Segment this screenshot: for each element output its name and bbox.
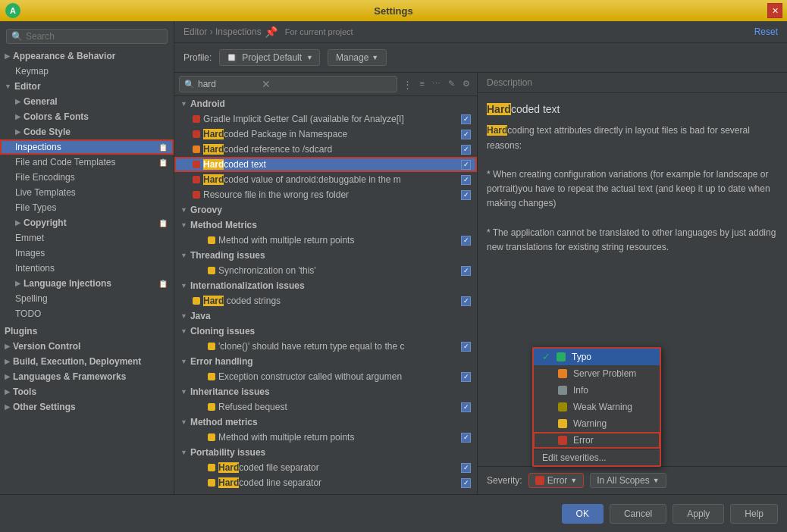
check-icon[interactable]: ✓	[461, 296, 471, 306]
sidebar-item-file-encodings[interactable]: File Encodings	[0, 170, 174, 185]
filter-icon[interactable]: ⋮	[400, 78, 415, 91]
sidebar-item-live-templates[interactable]: Live Templates	[0, 185, 174, 200]
list-item[interactable]: Hard coded strings ✓	[174, 293, 477, 308]
severity-popup-item-error[interactable]: Error	[533, 432, 660, 449]
list-item[interactable]: 'clone()' should have return type equal …	[174, 339, 477, 354]
severity-popup-item-warning[interactable]: Warning	[533, 415, 660, 432]
check-icon[interactable]: ✓	[461, 114, 471, 124]
list-item[interactable]: Method with multiple return points ✓	[174, 430, 477, 445]
collapse-icon[interactable]: ⋯	[430, 78, 443, 91]
severity-popup-item-weak-warning[interactable]: Weak Warning	[533, 399, 660, 415]
sidebar-item-general[interactable]: ▶ General	[0, 94, 174, 109]
check-icon[interactable]: ✓	[461, 463, 471, 473]
list-item[interactable]: Hardcoded line separator ✓	[174, 475, 477, 490]
profile-dropdown[interactable]: 🔲 Project Default ▼	[219, 49, 320, 66]
list-item[interactable]: Hardcoded file separator ✓	[174, 460, 477, 475]
help-button[interactable]: Help	[730, 504, 778, 524]
severity-popup-item-server[interactable]: Server Problem	[533, 365, 660, 382]
severity-dropdown[interactable]: Error ▼	[528, 473, 585, 488]
check-icon[interactable]: ✓	[461, 236, 471, 246]
group-android[interactable]: ▼ Android	[174, 96, 477, 111]
apply-button[interactable]: Apply	[673, 504, 724, 524]
group-method-metrics-java[interactable]: ▼ Method metrics	[174, 415, 477, 430]
check-icon[interactable]: ✓	[461, 266, 471, 276]
sidebar-item-inspections[interactable]: Inspections 📋	[0, 139, 174, 155]
list-item[interactable]: Refused bequest ✓	[174, 399, 477, 415]
list-item[interactable]: Hardcoded reference to /sdcard ✓	[174, 142, 477, 157]
sidebar-item-keymap[interactable]: Keymap	[0, 64, 174, 79]
check-icon[interactable]: ✓	[461, 402, 471, 412]
group-i18n[interactable]: ▼ Internationalization issues	[174, 278, 477, 293]
group-error-handling[interactable]: ▼ Error handling	[174, 354, 477, 369]
chevron-down-icon: ▼	[570, 477, 577, 484]
severity-indicator	[208, 464, 215, 471]
sidebar-item-languages[interactable]: ▶ Languages & Frameworks	[0, 369, 174, 384]
severity-popup-item-typo[interactable]: ✓ Typo	[533, 348, 660, 365]
severity-popup-item-info[interactable]: Info	[533, 382, 660, 399]
scope-dropdown[interactable]: In All Scopes ▼	[590, 473, 666, 488]
check-icon[interactable]: ✓	[461, 342, 471, 352]
sidebar-item-emmet[interactable]: Emmet	[0, 230, 174, 246]
check-icon[interactable]: ✓	[461, 372, 471, 382]
search-input-wrap[interactable]: 🔍 ✕	[179, 76, 397, 92]
sidebar-item-spelling[interactable]: Spelling	[0, 291, 174, 306]
group-threading[interactable]: ▼ Threading issues	[174, 248, 477, 263]
list-item[interactable]: Hardcoded value of android:debuggable in…	[174, 172, 477, 187]
sidebar-item-intentions[interactable]: Intentions	[0, 261, 174, 276]
group-threading-java[interactable]: ▼ Threading issues	[174, 490, 477, 494]
list-item[interactable]: Method with multiple return points ✓	[174, 233, 477, 248]
sidebar-item-file-code-templates[interactable]: File and Code Templates 📋	[0, 155, 174, 170]
check-icon[interactable]: ✓	[461, 130, 471, 139]
sidebar-item-copyright[interactable]: ▶ Copyright 📋	[0, 215, 174, 230]
sidebar-search-wrap[interactable]: 🔍	[6, 29, 168, 44]
sidebar-item-tools[interactable]: ▶ Tools	[0, 384, 174, 399]
sidebar-item-appearance[interactable]: ▶ Appearance & Behavior	[0, 49, 174, 64]
arrow-icon: ▶	[15, 128, 20, 136]
list-item-hardcoded-text[interactable]: Hardcoded text ✓	[174, 157, 477, 172]
sidebar-item-build[interactable]: ▶ Build, Execution, Deployment	[0, 354, 174, 369]
group-java[interactable]: ▼ Java	[174, 308, 477, 324]
sidebar-item-images[interactable]: Images	[0, 246, 174, 261]
reset-button[interactable]: Reset	[754, 27, 778, 37]
severity-indicator	[193, 115, 200, 123]
expand-icon[interactable]: ≡	[418, 78, 427, 91]
ok-button[interactable]: OK	[562, 504, 604, 524]
list-item[interactable]: Gradle Implicit Getter Call (available f…	[174, 111, 477, 127]
chevron-down-icon: ▼	[372, 54, 378, 61]
group-groovy[interactable]: ▼ Groovy	[174, 202, 477, 217]
clear-search-icon[interactable]: ✕	[262, 78, 271, 90]
group-portability[interactable]: ▼ Portability issues	[174, 445, 477, 460]
check-icon[interactable]: ✓	[461, 175, 471, 185]
sidebar-item-other-settings[interactable]: ▶ Other Settings	[0, 399, 174, 415]
close-button[interactable]: ✕	[767, 3, 782, 18]
list-item[interactable]: Synchronization on 'this' ✓	[174, 263, 477, 278]
list-item[interactable]: Hardcoded Package in Namespace ✓	[174, 127, 477, 142]
manage-button[interactable]: Manage ▼	[328, 49, 387, 66]
sidebar-item-colors-fonts[interactable]: ▶ Colors & Fonts	[0, 109, 174, 124]
edit-icon[interactable]: ✎	[446, 78, 457, 91]
sidebar-search-input[interactable]	[26, 31, 162, 42]
group-inheritance[interactable]: ▼ Inheritance issues	[174, 384, 477, 399]
check-icon[interactable]: ✓	[461, 433, 471, 443]
sidebar-item-editor[interactable]: ▼ Editor	[0, 79, 174, 94]
group-method-metrics[interactable]: ▼ Method Metrics	[174, 217, 477, 233]
list-item[interactable]: Exception constructor called without arg…	[174, 369, 477, 384]
settings-icon[interactable]: ⚙	[460, 78, 472, 91]
check-icon[interactable]: ✓	[461, 145, 471, 155]
sidebar-item-code-style[interactable]: ▶ Code Style	[0, 124, 174, 139]
check-icon[interactable]: ✓	[461, 160, 471, 170]
group-cloning[interactable]: ▼ Cloning issues	[174, 324, 477, 339]
edit-severities-button[interactable]: Edit severities...	[533, 449, 660, 466]
arrow-icon: ▶	[5, 52, 10, 60]
sidebar-item-lang-injections[interactable]: ▶ Language Injections 📋	[0, 276, 174, 291]
inspections-search-input[interactable]	[198, 79, 259, 89]
check-icon[interactable]: ✓	[461, 478, 471, 488]
severity-indicator	[208, 433, 215, 441]
sidebar-item-todo[interactable]: TODO	[0, 306, 174, 321]
check-icon[interactable]: ✓	[461, 190, 471, 200]
sidebar-item-version-control[interactable]: ▶ Version Control	[0, 339, 174, 354]
sidebar-item-file-types[interactable]: File Types	[0, 200, 174, 215]
list-item[interactable]: Resource file in the wrong res folder ✓	[174, 187, 477, 202]
cancel-button[interactable]: Cancel	[610, 504, 666, 524]
sidebar-item-plugins[interactable]: Plugins	[0, 321, 174, 339]
